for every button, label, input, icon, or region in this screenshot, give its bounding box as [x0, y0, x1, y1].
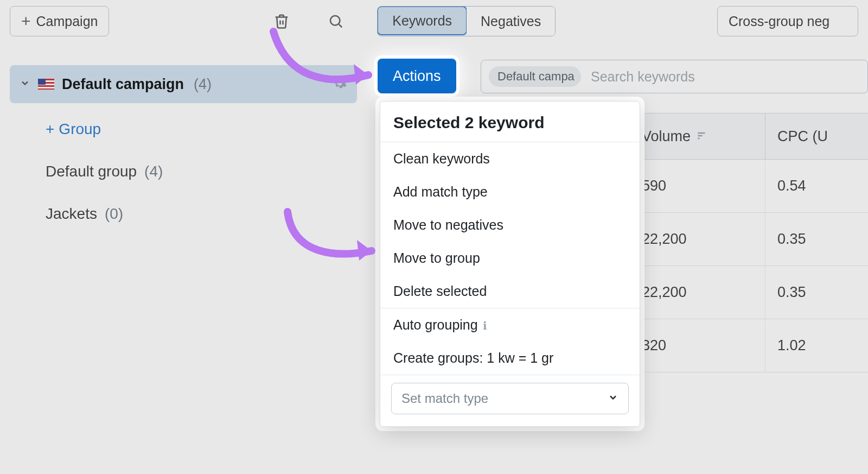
action-clean-keywords[interactable]: Clean keywords [380, 142, 640, 175]
select-placeholder: Set match type [401, 391, 488, 406]
match-type-select[interactable]: Set match type [391, 383, 629, 414]
tab-negatives[interactable]: Negatives [467, 7, 555, 36]
add-group-label: Group [59, 121, 101, 138]
gear-icon[interactable] [332, 75, 347, 93]
actions-button[interactable]: Actions [378, 59, 456, 93]
action-add-match-type[interactable]: Add match type [380, 175, 640, 208]
action-move-to-group[interactable]: Move to group [380, 242, 640, 275]
group-name: Jackets [46, 205, 97, 223]
cross-group-negatives-button[interactable]: Cross-group neg [717, 6, 858, 36]
search-placeholder: Search keywords [591, 69, 695, 85]
svg-point-0 [330, 16, 340, 26]
actions-button-wrap: Actions [378, 59, 456, 93]
keywords-negatives-toggle: Keywords Negatives [377, 6, 556, 36]
cell-cpc: 0.35 [765, 266, 868, 319]
add-campaign-label: Campaign [36, 14, 98, 29]
action-move-to-negatives[interactable]: Move to negatives [380, 208, 640, 242]
plus-icon: + [46, 121, 54, 138]
add-campaign-button[interactable]: + Campaign [10, 6, 109, 36]
tab-keywords[interactable]: Keywords [377, 6, 467, 35]
dropdown-title: Selected 2 keyword [380, 102, 640, 142]
campaign-sidebar: Default campaign (4) + Group Default gro… [10, 65, 357, 223]
keyword-search[interactable]: Default campa Search keywords [481, 60, 868, 93]
search-icon[interactable] [325, 10, 347, 32]
action-delete-selected[interactable]: Delete selected [380, 275, 640, 308]
cell-volume: 22,200 [629, 266, 765, 319]
svg-marker-6 [357, 240, 372, 261]
cell-cpc: 0.35 [765, 213, 868, 266]
top-toolbar: + Campaign Keywords Negatives Cross-grou… [0, 0, 868, 42]
cell-cpc: 0.54 [765, 160, 868, 212]
cell-volume: 320 [629, 319, 765, 372]
campaign-name: Default campaign [62, 76, 184, 93]
chevron-down-icon [20, 78, 30, 91]
cell-cpc: 1.02 [765, 319, 868, 372]
col-volume[interactable]: Volume [629, 113, 765, 159]
sort-desc-icon [696, 128, 707, 145]
cell-volume: 590 [629, 160, 765, 212]
group-list: + Group Default group (4) Jackets (0) [10, 121, 357, 223]
col-cpc[interactable]: CPC (U [765, 113, 868, 159]
group-name: Default group [46, 163, 137, 180]
add-group-button[interactable]: + Group [46, 121, 357, 138]
divider [380, 375, 640, 375]
chevron-down-icon [608, 391, 618, 406]
group-count: (4) [144, 163, 163, 180]
filter-chip[interactable]: Default campa [489, 66, 581, 87]
cell-volume: 22,200 [629, 213, 765, 266]
group-item[interactable]: Default group (4) [46, 163, 357, 180]
trash-icon[interactable] [271, 10, 292, 32]
action-auto-grouping[interactable]: Auto grouping [380, 308, 640, 342]
col-volume-label: Volume [642, 128, 691, 145]
group-item[interactable]: Jackets (0) [46, 205, 357, 223]
cross-group-label: Cross-group neg [729, 14, 829, 29]
action-create-groups[interactable]: Create groups: 1 kw = 1 gr [380, 342, 640, 375]
actions-dropdown: Selected 2 keyword Clean keywords Add ma… [380, 101, 640, 427]
group-count: (0) [105, 205, 123, 223]
campaign-row[interactable]: Default campaign (4) [10, 65, 357, 103]
toolbar-icons [271, 10, 347, 32]
col-cpc-label: CPC (U [777, 128, 828, 145]
svg-line-1 [339, 24, 342, 27]
campaign-count: (4) [194, 76, 212, 93]
us-flag-icon [38, 79, 54, 90]
plus-icon: + [21, 13, 31, 29]
